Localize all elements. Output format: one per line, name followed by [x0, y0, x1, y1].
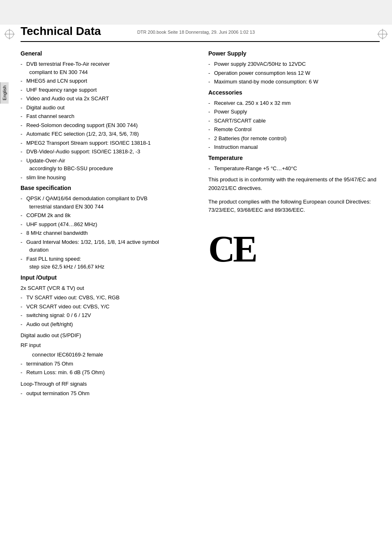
two-column-layout: General DVB terrestrial Free-To-Air rece… [21, 50, 380, 401]
list-item: Instruction manual [208, 143, 380, 151]
list-item: 2 Batteries (for remote control) [208, 134, 380, 143]
list-item: Fast channel search [21, 112, 192, 120]
list-item: UHF support (474…862 MHz) [21, 220, 192, 229]
section-title-base-spec: Base specification [21, 185, 192, 191]
list-item: Power supply 230VAC/50Hz to 12VDC [208, 60, 380, 68]
io-list-3: output termination 75 Ohm [21, 389, 192, 398]
right-column: Power Supply Power supply 230VAC/50Hz to… [208, 50, 380, 401]
section-title-temperature: Temperature [208, 155, 380, 161]
file-header: DTR 200.book Seite 18 Donnerstag, 29. Ju… [137, 30, 255, 35]
io-plain-3: RF input [21, 341, 192, 350]
list-item: Reed-Solomon decoding support (EN 300 74… [21, 121, 192, 130]
list-item: Audio out (left/right) [21, 320, 192, 329]
io-list-2: termination 75 Ohm Return Loss: min. 6 d… [21, 360, 192, 377]
list-item: UHF frequency range support [21, 86, 192, 94]
section-input-output: Input /Output 2x SCART (VCR & TV) out TV… [21, 274, 192, 398]
list-item: Automatic FEC selection (1/2, 2/3, 3/4, … [21, 130, 192, 138]
title-divider [21, 41, 380, 42]
section-power-supply: Power Supply Power supply 230VAC/50Hz to… [208, 50, 380, 86]
list-item: MPEG2 Transport Stream support: ISO/IEC … [21, 139, 192, 147]
list-item: Return Loss: min. 6 dB (75 Ohm) [21, 368, 192, 377]
list-item: Operation power consumption less 12 W [208, 69, 380, 77]
list-item: Temperature-Range +5 °C…+40°C [208, 164, 380, 173]
list-item: Video and Audio out via 2x SCART [21, 95, 192, 103]
section-title-general: General [21, 50, 192, 57]
complies-text: The product complies with the following … [208, 198, 380, 215]
section-base-spec: Base specification QPSK / QAM16/64 demod… [21, 185, 192, 271]
section-title-input-output: Input /Output [21, 274, 192, 281]
language-tab: English [0, 82, 9, 104]
left-column: General DVB terrestrial Free-To-Air rece… [21, 50, 192, 401]
list-item: MHEG5 and LCN support [21, 77, 192, 85]
list-item: DVB terrestrial Free-To-Air receiver com… [21, 60, 192, 76]
page: DTR 200.book Seite 18 Donnerstag, 29. Ju… [0, 25, 392, 537]
list-item: COFDM 2k and 8k [21, 211, 192, 220]
list-item: switching signal: 0 / 6 / 12V [21, 311, 192, 319]
section-temperature: Temperature Temperature-Range +5 °C…+40°… [208, 155, 380, 173]
list-item: Receiver ca. 250 x 140 x 32 mm [208, 99, 380, 107]
io-plain-2: Digital audio out (S/PDIF) [21, 331, 192, 340]
general-list: DVB terrestrial Free-To-Air receiver com… [21, 60, 192, 181]
list-item: Power Supply [208, 108, 380, 116]
power-supply-list: Power supply 230VAC/50Hz to 12VDC Operat… [208, 60, 380, 86]
list-item: termination 75 Ohm [21, 360, 192, 368]
list-item: Maximum stand-by mode consumption: 6 W [208, 78, 380, 86]
list-item: Digital audio out [21, 104, 192, 112]
list-item: 8 MHz channel bandwidth [21, 229, 192, 237]
list-item: QPSK / QAM16/64 demodulation compliant t… [21, 194, 192, 211]
section-accessories: Accessories Receiver ca. 250 x 140 x 32 … [208, 89, 380, 151]
io-sub-1: connector IEC60169-2 female [21, 351, 192, 359]
base-spec-list: QPSK / QAM16/64 demodulation compliant t… [21, 194, 192, 271]
corner-mark-tr [376, 28, 389, 40]
list-item: VCR SCART video out: CVBS, Y/C [21, 303, 192, 311]
section-title-power-supply: Power Supply [208, 50, 380, 57]
list-item: Remote Control [208, 125, 380, 134]
accessories-list: Receiver ca. 250 x 140 x 32 mm Power Sup… [208, 99, 380, 151]
io-plain-4: Loop-Through of RF signals [21, 380, 192, 388]
list-item: output termination 75 Ohm [21, 389, 192, 398]
list-item: slim line housing [21, 174, 192, 182]
main-content: Technical Data General DVB terrestrial F… [21, 25, 380, 426]
temperature-list: Temperature-Range +5 °C…+40°C [208, 164, 380, 173]
ce-mark: CE [208, 228, 256, 270]
corner-mark-tl [3, 28, 16, 40]
list-item: TV SCART video out: CVBS, Y/C, RGB [21, 294, 192, 302]
io-list-1: TV SCART video out: CVBS, Y/C, RGB VCR S… [21, 294, 192, 328]
io-plain-1: 2x SCART (VCR & TV) out [21, 284, 192, 292]
conformity-text: This product is in conformity with the r… [208, 176, 380, 193]
list-item: Fast PLL tuning speed: step size 62,5 kH… [21, 255, 192, 271]
list-item: Update-Over-Air accordingly to BBC-SSU p… [21, 157, 192, 173]
section-general: General DVB terrestrial Free-To-Air rece… [21, 50, 192, 181]
list-item: DVB-Video/-Audio support: ISO/IEC 13818-… [21, 148, 192, 156]
list-item: Guard Interval Modes: 1/32, 1/16, 1/8, 1… [21, 238, 192, 254]
list-item: SCART/SCART cable [208, 117, 380, 125]
section-title-accessories: Accessories [208, 89, 380, 96]
